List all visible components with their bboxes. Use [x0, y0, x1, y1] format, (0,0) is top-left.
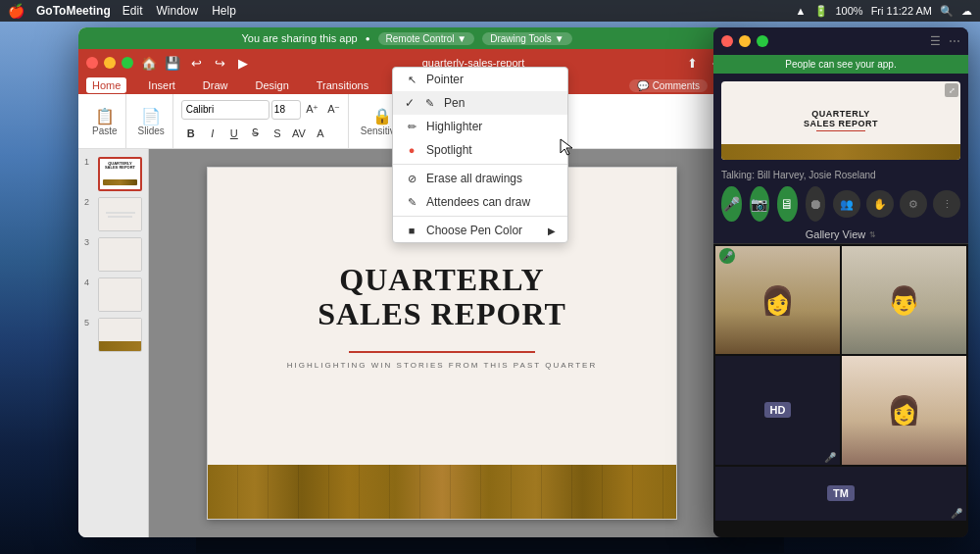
- battery-icon: 🔋: [814, 5, 828, 18]
- font-family-input[interactable]: [181, 100, 270, 120]
- slide-thumb-2[interactable]: 2: [84, 197, 142, 231]
- hd-mute-icon: 🎤: [824, 452, 836, 463]
- gtm-maximize-button[interactable]: [757, 35, 768, 47]
- pen-menu-item[interactable]: ✓ ✎ Pen: [393, 91, 567, 115]
- highlighter-label: Highlighter: [426, 120, 482, 133]
- font-grow-btn[interactable]: A⁺: [303, 100, 322, 120]
- share-dot: ●: [366, 34, 370, 43]
- bold-button[interactable]: B: [181, 124, 201, 143]
- present-icon[interactable]: ▶: [233, 56, 253, 71]
- slide-thumbnail-4[interactable]: [98, 277, 142, 312]
- erase-all-menu-item[interactable]: ⊘ Erase all drawings: [393, 167, 567, 190]
- gtm-participants-button[interactable]: 👥: [833, 190, 860, 218]
- tab-draw[interactable]: Draw: [197, 77, 234, 93]
- gtm-minimize-button[interactable]: [739, 35, 751, 47]
- gtm-mic-button[interactable]: 🎤: [721, 186, 742, 222]
- font-shrink-btn[interactable]: A⁻: [324, 100, 344, 120]
- maximize-button[interactable]: [122, 57, 133, 69]
- tab-transitions[interactable]: Transitions: [311, 77, 374, 93]
- slide-thumb-5[interactable]: 5: [84, 318, 142, 352]
- gtm-gallery-view-selector[interactable]: Gallery View ⇅: [713, 226, 968, 244]
- gtm-more-options-button[interactable]: ⋮: [933, 190, 960, 218]
- share-ppt-icon[interactable]: ⬆: [682, 56, 702, 71]
- menu-edit[interactable]: Edit: [122, 4, 143, 18]
- new-slide-icon: 📄: [141, 107, 161, 126]
- slide-thumb-1[interactable]: 1 QUARTERLYSALES REPORT: [84, 157, 142, 191]
- slide-red-line: [349, 351, 535, 353]
- siri-icon[interactable]: ☁: [961, 5, 972, 18]
- close-button[interactable]: [86, 57, 98, 69]
- paste-button[interactable]: 📋 Paste: [88, 105, 122, 138]
- remote-control-btn[interactable]: Remote Control ▼: [378, 32, 475, 45]
- battery-percent: 100%: [836, 5, 863, 17]
- pen-color-menu-item[interactable]: ■ Choose Pen Color ▶: [393, 219, 567, 242]
- tm-initials: TM: [827, 485, 855, 501]
- new-slide-button[interactable]: 📄 Slides: [134, 105, 169, 138]
- gtm-camera-button[interactable]: 📷: [750, 186, 770, 222]
- comments-button[interactable]: 💬 Comments: [629, 79, 708, 92]
- tab-home[interactable]: Home: [86, 77, 126, 93]
- gtm-screen-button[interactable]: 🖥: [777, 186, 798, 222]
- undo-icon[interactable]: ↩: [186, 56, 206, 71]
- char-spacing-button[interactable]: AV: [289, 124, 309, 143]
- gtm-expand-button[interactable]: ⤢: [945, 83, 958, 97]
- gtm-record-button[interactable]: ⏺: [806, 186, 826, 222]
- erase-all-label: Erase all drawings: [426, 172, 522, 185]
- gtm-right-controls: 👥 ✋ ⚙ ⋮: [833, 190, 960, 218]
- minimize-button[interactable]: [104, 57, 116, 69]
- attendees-draw-label: Attendees can draw: [426, 195, 530, 209]
- gtm-thumb-title: QUARTERLYSALES REPORT: [804, 109, 878, 128]
- pen-icon: ✎: [422, 97, 436, 110]
- autosave-icon: 💾: [163, 56, 182, 71]
- ribbon-right: 💬 Comments ⋯: [629, 78, 727, 92]
- font-bar: A⁺ A⁻: [181, 100, 344, 120]
- gtm-thumb-wood: [721, 144, 960, 160]
- comments-label: Comments: [653, 80, 700, 91]
- shadow-button[interactable]: S: [268, 124, 287, 143]
- text-color-button[interactable]: A: [311, 124, 330, 143]
- gtm-settings-icon: ⚙: [908, 198, 918, 211]
- drawing-tools-btn[interactable]: Drawing Tools ▼: [482, 32, 571, 45]
- video-cell-3: 👩: [842, 356, 966, 464]
- gtm-participants-icon: 👥: [840, 198, 854, 211]
- gtm-more-icon[interactable]: ⋯: [949, 34, 960, 48]
- slide-thumbnail-2[interactable]: [98, 197, 142, 231]
- ppt-quick-toolbar: 🏠 💾 ↩ ↪ ▶: [139, 56, 253, 71]
- slide-thumb-3[interactable]: 3: [84, 237, 142, 272]
- spotlight-menu-item[interactable]: ● Spotlight: [393, 138, 567, 162]
- redo-icon[interactable]: ↪: [210, 56, 229, 71]
- gtm-thumb-redline: [816, 130, 865, 131]
- hd-initials: HD: [764, 402, 792, 418]
- gtm-raise-hand-button[interactable]: ✋: [866, 190, 894, 218]
- gtm-screen-thumbnail: QUARTERLYSALES REPORT ⤢: [721, 81, 960, 160]
- tab-design[interactable]: Design: [250, 77, 295, 93]
- apple-menu-icon[interactable]: 🍎: [8, 3, 24, 19]
- slide-thumbnail-5[interactable]: [98, 318, 142, 352]
- gtm-video-grid: 👩 🎤 👨 HD 🎤 👩 TM 🎤: [713, 244, 968, 537]
- slide-wood-floor: [208, 465, 676, 519]
- gtm-settings-button[interactable]: ⚙: [900, 190, 927, 218]
- strikethrough-button[interactable]: S̶: [246, 124, 266, 143]
- paste-section: 📋 Paste: [84, 94, 126, 148]
- gallery-view-arrows[interactable]: ⇅: [869, 230, 876, 239]
- pointer-menu-item[interactable]: ↖ Pointer: [393, 68, 567, 91]
- italic-button[interactable]: I: [203, 124, 222, 143]
- slide-thumb-4[interactable]: 4: [84, 277, 142, 312]
- slide-thumbnail-3[interactable]: [98, 237, 142, 272]
- gtm-menu-icon[interactable]: ☰: [930, 34, 941, 48]
- font-size-input[interactable]: [271, 100, 301, 120]
- menu-help[interactable]: Help: [212, 4, 236, 18]
- gtm-close-button[interactable]: [721, 35, 733, 47]
- gtm-hand-icon: ✋: [873, 198, 887, 211]
- highlighter-menu-item[interactable]: ✏ Highlighter: [393, 115, 567, 138]
- attendees-draw-menu-item[interactable]: ✎ Attendees can draw: [393, 190, 567, 214]
- menu-window[interactable]: Window: [156, 4, 198, 18]
- tab-insert[interactable]: Insert: [142, 77, 181, 93]
- pointer-icon: ↖: [405, 74, 418, 86]
- underline-button[interactable]: U: [224, 124, 244, 143]
- app-name[interactable]: GoToMeeting: [36, 4, 111, 18]
- search-icon[interactable]: 🔍: [940, 5, 954, 18]
- gtm-panel: ☰ ⋯ People can see your app. QUARTERLYSA…: [713, 27, 968, 537]
- pen-checkmark: ✓: [405, 96, 415, 110]
- slide-thumbnail-1[interactable]: QUARTERLYSALES REPORT: [98, 157, 142, 191]
